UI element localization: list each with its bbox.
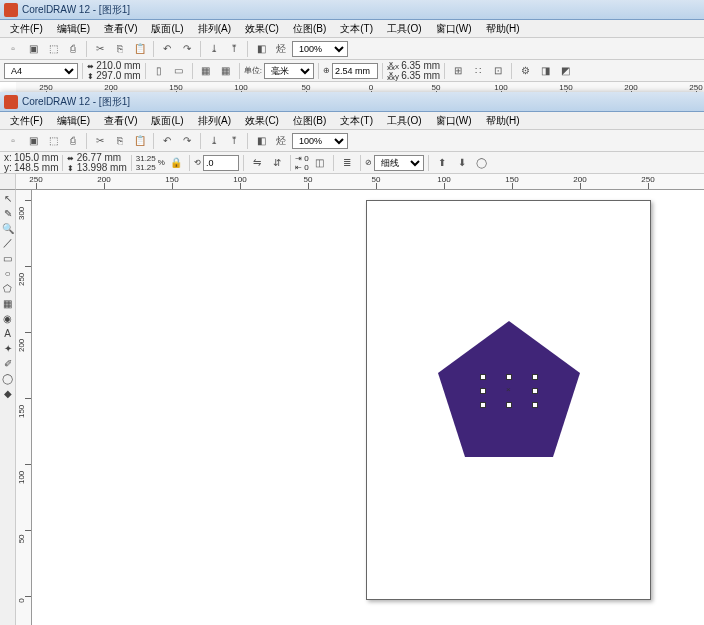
standard-toolbar-1: ▫ ▣ ⬚ ⎙ ✂ ⎘ 📋 ↶ ↷ ⤓ ⤒ ◧ 烃 100% — [0, 38, 704, 60]
convert-curves-icon[interactable]: ◯ — [473, 154, 491, 172]
menu-排列[interactable]: 排列(A) — [192, 113, 237, 129]
mirror-v-icon[interactable]: ⇵ — [268, 154, 286, 172]
menu-查看[interactable]: 查看(V) — [98, 113, 143, 129]
pages-icon[interactable]: ▦ — [197, 62, 215, 80]
snap-obj-icon[interactable]: ⊡ — [489, 62, 507, 80]
menu-文件[interactable]: 文件(F) — [4, 113, 49, 129]
titlebar-1: CorelDRAW 12 - [图形1] — [0, 0, 704, 20]
interactive-tool-icon[interactable]: ✦ — [1, 341, 15, 355]
to-back-icon[interactable]: ⬇ — [453, 154, 471, 172]
unit-combo[interactable]: 毫米 — [264, 63, 314, 79]
print-icon[interactable]: ⎙ — [64, 132, 82, 150]
menu-版面[interactable]: 版面(L) — [145, 21, 189, 37]
snap-grid-icon[interactable]: ⊞ — [449, 62, 467, 80]
paper-size-combo[interactable]: A4 — [4, 63, 78, 79]
menu-文本[interactable]: 文本(T) — [334, 113, 379, 129]
print-icon[interactable]: ⎙ — [64, 40, 82, 58]
menu-效果[interactable]: 效果(C) — [239, 21, 285, 37]
dup-y: 6.35 mm — [401, 70, 440, 81]
app-launcher-icon[interactable]: ◧ — [252, 40, 270, 58]
menu-工具[interactable]: 工具(O) — [381, 113, 427, 129]
app-title-1: CorelDRAW 12 - [图形1] — [22, 3, 130, 17]
new-icon[interactable]: ▫ — [4, 40, 22, 58]
menu-效果[interactable]: 效果(C) — [239, 113, 285, 129]
menu-帮助[interactable]: 帮助(H) — [480, 21, 526, 37]
snap-guide-icon[interactable]: ∷ — [469, 62, 487, 80]
outline-tool-icon[interactable]: ◯ — [1, 371, 15, 385]
landscape-icon[interactable]: ▭ — [170, 62, 188, 80]
corel-online-icon[interactable]: 烃 — [272, 40, 290, 58]
import-icon[interactable]: ⤓ — [205, 132, 223, 150]
menu-编辑[interactable]: 编辑(E) — [51, 113, 96, 129]
property-bar-2: x: 105.0 mm y: 148.5 mm ⬌ 26.77 mm ⬍ 13.… — [0, 152, 704, 174]
export-icon[interactable]: ⤒ — [225, 132, 243, 150]
open-icon[interactable]: ▣ — [24, 132, 42, 150]
import-icon[interactable]: ⤓ — [205, 40, 223, 58]
menu-编辑[interactable]: 编辑(E) — [51, 21, 96, 37]
freehand-tool-icon[interactable]: ／ — [1, 236, 15, 250]
rotation-input[interactable] — [203, 155, 239, 171]
to-front-icon[interactable]: ⬆ — [433, 154, 451, 172]
pages-icon-2[interactable]: ▦ — [217, 62, 235, 80]
mirror-h-icon[interactable]: ⇋ — [248, 154, 266, 172]
ellipse-tool-icon[interactable]: ○ — [1, 266, 15, 280]
toolbox: ↖✎🔍／▭○⬠▦◉A✦✐◯◆ — [0, 190, 16, 625]
cut-icon[interactable]: ✂ — [91, 132, 109, 150]
paste-icon[interactable]: 📋 — [131, 132, 149, 150]
undo-icon[interactable]: ↶ — [158, 132, 176, 150]
cut-icon[interactable]: ✂ — [91, 40, 109, 58]
polygon-tool-icon[interactable]: ⬠ — [1, 281, 15, 295]
menu-查看[interactable]: 查看(V) — [98, 21, 143, 37]
copy-icon[interactable]: ⎘ — [111, 40, 129, 58]
open-icon[interactable]: ▣ — [24, 40, 42, 58]
save-icon[interactable]: ⬚ — [44, 40, 62, 58]
fill-tool-icon[interactable]: ◆ — [1, 386, 15, 400]
lock-ratio-icon[interactable]: 🔒 — [167, 154, 185, 172]
copy-icon[interactable]: ⎘ — [111, 132, 129, 150]
menu-版面[interactable]: 版面(L) — [145, 113, 189, 129]
obj-y: 148.5 mm — [14, 162, 58, 173]
undo-icon[interactable]: ↶ — [158, 40, 176, 58]
titlebar-2: CorelDRAW 12 - [图形1] — [0, 92, 704, 112]
text-tool-icon[interactable]: A — [1, 326, 15, 340]
dynamic-guides-icon[interactable]: ◩ — [556, 62, 574, 80]
menu-窗口[interactable]: 窗口(W) — [430, 113, 478, 129]
rect-tool-icon[interactable]: ▭ — [1, 251, 15, 265]
paste-icon[interactable]: 📋 — [131, 40, 149, 58]
menu-文件[interactable]: 文件(F) — [4, 21, 49, 37]
scale-y: 31.25 — [136, 163, 156, 172]
save-icon[interactable]: ⬚ — [44, 132, 62, 150]
menu-排列[interactable]: 排列(A) — [192, 21, 237, 37]
shape-tool-icon[interactable]: ✎ — [1, 206, 15, 220]
scale-x: 31.25 — [136, 154, 156, 163]
eyedrop-tool-icon[interactable]: ✐ — [1, 356, 15, 370]
corel-online-icon[interactable]: 烃 — [272, 132, 290, 150]
menu-文本[interactable]: 文本(T) — [334, 21, 379, 37]
zoom-tool-icon[interactable]: 🔍 — [1, 221, 15, 235]
export-icon[interactable]: ⤒ — [225, 40, 243, 58]
new-icon[interactable]: ▫ — [4, 132, 22, 150]
options-icon[interactable]: ⚙ — [516, 62, 534, 80]
zoom-combo-1[interactable]: 100% — [292, 41, 348, 57]
spiral-tool-icon[interactable]: ◉ — [1, 311, 15, 325]
pick-tool-icon[interactable]: ↖ — [1, 191, 15, 205]
menu-帮助[interactable]: 帮助(H) — [480, 113, 526, 129]
treat-as-filled-icon[interactable]: ◨ — [536, 62, 554, 80]
redo-icon[interactable]: ↷ — [178, 132, 196, 150]
wrap-text-icon[interactable]: ≣ — [338, 154, 356, 172]
selection-handles[interactable]: × — [483, 377, 535, 405]
menu-位图[interactable]: 位图(B) — [287, 21, 332, 37]
menu-工具[interactable]: 工具(O) — [381, 21, 427, 37]
canvas[interactable]: × — [32, 190, 704, 625]
zoom-combo-2[interactable]: 100% — [292, 133, 348, 149]
outline-width-combo[interactable]: 细线 — [374, 155, 424, 171]
graph-tool-icon[interactable]: ▦ — [1, 296, 15, 310]
redo-icon[interactable]: ↷ — [178, 40, 196, 58]
app-launcher-icon[interactable]: ◧ — [252, 132, 270, 150]
app-title-2: CorelDRAW 12 - [图形1] — [22, 95, 130, 109]
menu-窗口[interactable]: 窗口(W) — [430, 21, 478, 37]
nudge-input[interactable] — [332, 63, 378, 79]
menu-位图[interactable]: 位图(B) — [287, 113, 332, 129]
portrait-icon[interactable]: ▯ — [150, 62, 168, 80]
round-corner-icon[interactable]: ◫ — [311, 154, 329, 172]
